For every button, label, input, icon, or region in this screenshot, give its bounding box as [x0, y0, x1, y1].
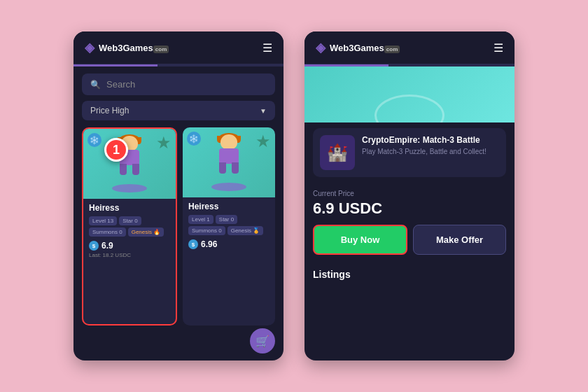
card-2[interactable]: ❄️ ★	[183, 127, 275, 326]
logo-icon: ◈	[85, 40, 94, 55]
price-label: Current Price	[313, 190, 506, 197]
star-bg-1: ★	[156, 133, 172, 153]
price-value: 6.9 USDC	[313, 200, 506, 218]
game-description: Play Match-3 Puzzle, Battle and Collect!	[362, 147, 486, 157]
usdc-icon-2: $	[188, 239, 198, 249]
banner-circle	[374, 94, 444, 122]
usdc-icon-1: $	[89, 241, 99, 251]
logo-text: Web3Gamescom	[99, 43, 169, 53]
star-bg-2: ★	[255, 132, 271, 151]
buy-actions: Buy Now Make Offer	[313, 225, 506, 255]
game-thumbnail: 🏰	[320, 135, 355, 170]
game-banner	[304, 66, 514, 122]
search-icon: 🔍	[90, 80, 101, 90]
card-2-tags: Level 1 Star 0 Summons 0 Genesis 🏅	[188, 215, 270, 235]
character-2	[211, 134, 246, 191]
logo: ◈ Web3Gamescom	[85, 40, 169, 55]
tag-genesis-2: Genesis 🏅	[227, 226, 264, 235]
game-info-card: 🏰 CryptoEmpire: Match-3 Battle Play Matc…	[313, 128, 506, 177]
char-platform-base	[112, 184, 147, 192]
tag-star: Star 0	[119, 216, 141, 225]
tag-star-2: Star 0	[216, 215, 237, 224]
right-hamburger-icon[interactable]: ☰	[493, 41, 503, 55]
card-1-body: Heiress Level 13 Star 0 Summons 0 Genesi…	[83, 199, 176, 324]
filter-bar[interactable]: Price High ▼	[82, 101, 275, 120]
step-1-badge: 1	[104, 138, 128, 162]
left-header: ◈ Web3Gamescom ☰	[74, 31, 284, 64]
cart-fab[interactable]: 🛒	[250, 328, 275, 354]
accent-line	[74, 64, 284, 66]
right-logo: ◈ Web3Gamescom	[316, 40, 400, 55]
left-phone-container: 1 ◈ Web3Gamescom ☰ 🔍 Search Pr	[74, 31, 284, 360]
card-1-price: $ 6.9	[89, 241, 170, 251]
right-phone-frame: ◈ Web3Gamescom ☰ 🏰 CryptoEmpire: Match-3	[304, 31, 514, 360]
freeze-badge-1: ❄️	[88, 133, 102, 147]
right-phone-container: 2 ◈ Web3Gamescom ☰ 🏰	[304, 31, 514, 360]
right-logo-icon: ◈	[316, 40, 326, 55]
hamburger-icon[interactable]: ☰	[262, 41, 272, 55]
cards-grid: ❄️ ★	[74, 127, 284, 326]
search-placeholder: Search	[106, 79, 135, 90]
game-title: CryptoEmpire: Match-3 Battle	[362, 135, 486, 145]
filter-label: Price High	[90, 106, 129, 115]
game-thumb-icon: 🏰	[327, 143, 348, 162]
card-1[interactable]: ❄️ ★	[82, 127, 177, 326]
listings-header: Listings	[304, 262, 514, 284]
card-1-last: Last: 18.2 USDC	[89, 252, 170, 258]
freeze-badge-2: ❄️	[187, 132, 201, 146]
game-info-text: CryptoEmpire: Match-3 Battle Play Match-…	[362, 135, 486, 157]
card-1-image: ❄️ ★	[83, 129, 176, 199]
search-bar[interactable]: 🔍 Search	[82, 74, 275, 95]
filter-arrow-icon: ▼	[260, 107, 267, 115]
make-offer-button[interactable]: Make Offer	[413, 225, 506, 255]
price-section: Current Price 6.9 USDC Buy Now Make Offe…	[304, 183, 514, 262]
buy-now-button[interactable]: Buy Now	[313, 225, 407, 255]
card-2-price: $ 6.96	[188, 239, 270, 249]
card-2-name: Heiress	[188, 202, 270, 211]
tag-genesis: Genesis 🔥	[128, 227, 164, 237]
card-2-image: ❄️ ★	[183, 127, 275, 197]
tag-summons-2: Summons 0	[188, 226, 225, 235]
tag-level-2: Level 1	[188, 215, 214, 224]
card-1-tags: Level 13 Star 0 Summons 0 Genesis 🔥	[89, 216, 170, 237]
card-1-name: Heiress	[89, 203, 170, 213]
right-logo-text: Web3Gamescom	[330, 43, 400, 53]
tag-level: Level 13	[89, 216, 117, 225]
card-2-body: Heiress Level 1 Star 0 Summons 0 Genesis…	[183, 197, 275, 326]
left-phone-frame: ◈ Web3Gamescom ☰ 🔍 Search Price High ▼	[74, 31, 284, 360]
right-header: ◈ Web3Gamescom ☰	[304, 31, 514, 64]
tag-summons: Summons 0	[89, 227, 126, 237]
